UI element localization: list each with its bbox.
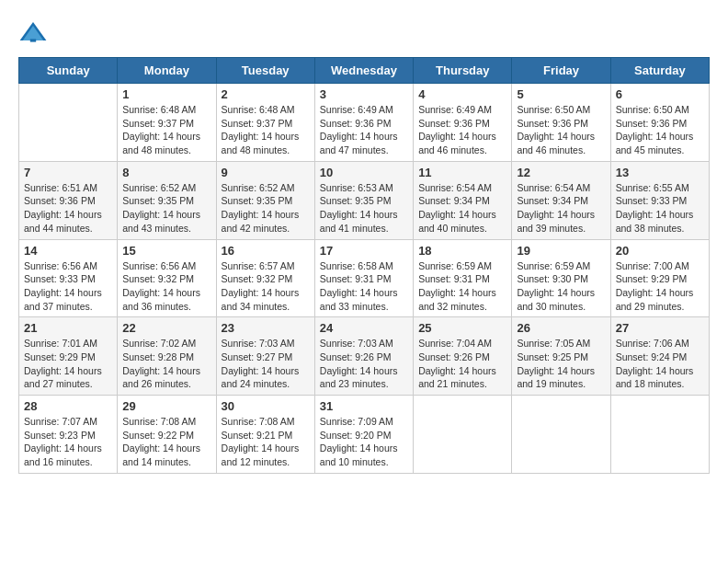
calendar-cell: 12Sunrise: 6:54 AM Sunset: 9:34 PM Dayli… xyxy=(512,161,610,239)
cell-content: Sunrise: 7:01 AM Sunset: 9:29 PM Dayligh… xyxy=(24,337,112,391)
date-number: 3 xyxy=(320,87,408,101)
day-header-friday: Friday xyxy=(512,58,610,84)
cell-content: Sunrise: 6:50 AM Sunset: 9:36 PM Dayligh… xyxy=(517,103,605,157)
calendar-cell xyxy=(610,396,709,474)
cell-content: Sunrise: 6:49 AM Sunset: 9:36 PM Dayligh… xyxy=(418,103,506,157)
day-header-wednesday: Wednesday xyxy=(314,58,413,84)
day-header-sunday: Sunday xyxy=(19,58,118,84)
calendar-cell xyxy=(414,396,512,474)
week-row-1: 1Sunrise: 6:48 AM Sunset: 9:37 PM Daylig… xyxy=(19,84,710,162)
cell-content: Sunrise: 6:48 AM Sunset: 9:37 PM Dayligh… xyxy=(222,103,310,157)
calendar-cell: 22Sunrise: 7:02 AM Sunset: 9:28 PM Dayli… xyxy=(118,317,216,396)
calendar-cell: 13Sunrise: 6:55 AM Sunset: 9:33 PM Dayli… xyxy=(610,161,709,239)
calendar-cell: 10Sunrise: 6:53 AM Sunset: 9:35 PM Dayli… xyxy=(314,161,413,239)
calendar-cell: 28Sunrise: 7:07 AM Sunset: 9:23 PM Dayli… xyxy=(19,396,118,474)
svg-rect-2 xyxy=(30,39,36,41)
calendar-cell: 9Sunrise: 6:52 AM Sunset: 9:35 PM Daylig… xyxy=(216,161,314,239)
calendar-cell: 11Sunrise: 6:54 AM Sunset: 9:34 PM Dayli… xyxy=(414,161,512,239)
calendar-cell: 21Sunrise: 7:01 AM Sunset: 9:29 PM Dayli… xyxy=(19,317,118,396)
date-number: 15 xyxy=(122,244,210,258)
logo-icon xyxy=(18,18,48,48)
cell-content: Sunrise: 7:02 AM Sunset: 9:28 PM Dayligh… xyxy=(122,337,210,391)
date-number: 21 xyxy=(24,321,112,335)
date-number: 22 xyxy=(122,321,210,335)
date-number: 8 xyxy=(122,166,210,179)
date-number: 6 xyxy=(616,87,704,101)
week-row-3: 14Sunrise: 6:56 AM Sunset: 9:33 PM Dayli… xyxy=(19,239,710,317)
date-number: 11 xyxy=(418,166,506,179)
date-number: 17 xyxy=(320,244,408,258)
date-number: 2 xyxy=(222,87,310,101)
cell-content: Sunrise: 7:04 AM Sunset: 9:26 PM Dayligh… xyxy=(418,337,506,391)
date-number: 14 xyxy=(24,244,112,258)
calendar-cell: 25Sunrise: 7:04 AM Sunset: 9:26 PM Dayli… xyxy=(414,317,512,396)
date-number: 1 xyxy=(122,87,210,101)
calendar-cell: 26Sunrise: 7:05 AM Sunset: 9:25 PM Dayli… xyxy=(512,317,610,396)
date-number: 28 xyxy=(24,399,112,413)
logo xyxy=(18,18,51,48)
cell-content: Sunrise: 6:48 AM Sunset: 9:37 PM Dayligh… xyxy=(122,103,210,157)
date-number: 9 xyxy=(222,166,310,179)
cell-content: Sunrise: 7:09 AM Sunset: 9:20 PM Dayligh… xyxy=(320,415,408,469)
day-header-thursday: Thursday xyxy=(414,58,512,84)
calendar-table: SundayMondayTuesdayWednesdayThursdayFrid… xyxy=(18,57,710,474)
calendar-cell: 20Sunrise: 7:00 AM Sunset: 9:29 PM Dayli… xyxy=(610,239,709,317)
date-number: 18 xyxy=(418,244,506,258)
day-header-monday: Monday xyxy=(118,58,216,84)
calendar-cell: 4Sunrise: 6:49 AM Sunset: 9:36 PM Daylig… xyxy=(414,84,512,162)
calendar-cell: 7Sunrise: 6:51 AM Sunset: 9:36 PM Daylig… xyxy=(19,161,118,239)
date-number: 5 xyxy=(517,87,605,101)
cell-content: Sunrise: 7:05 AM Sunset: 9:25 PM Dayligh… xyxy=(517,337,605,391)
date-number: 12 xyxy=(517,166,605,179)
calendar-cell: 19Sunrise: 6:59 AM Sunset: 9:30 PM Dayli… xyxy=(512,239,610,317)
calendar-cell: 2Sunrise: 6:48 AM Sunset: 9:37 PM Daylig… xyxy=(216,84,314,162)
days-header-row: SundayMondayTuesdayWednesdayThursdayFrid… xyxy=(19,58,710,84)
date-number: 7 xyxy=(24,166,112,179)
calendar-cell: 29Sunrise: 7:08 AM Sunset: 9:22 PM Dayli… xyxy=(118,396,216,474)
date-number: 13 xyxy=(616,166,704,179)
date-number: 10 xyxy=(320,166,408,179)
date-number: 23 xyxy=(222,321,310,335)
cell-content: Sunrise: 6:57 AM Sunset: 9:32 PM Dayligh… xyxy=(222,259,310,314)
date-number: 29 xyxy=(122,399,210,413)
cell-content: Sunrise: 6:56 AM Sunset: 9:32 PM Dayligh… xyxy=(122,259,210,314)
calendar-cell: 24Sunrise: 7:03 AM Sunset: 9:26 PM Dayli… xyxy=(314,317,413,396)
cell-content: Sunrise: 6:51 AM Sunset: 9:36 PM Dayligh… xyxy=(24,181,112,236)
calendar-cell: 30Sunrise: 7:08 AM Sunset: 9:21 PM Dayli… xyxy=(216,396,314,474)
calendar-cell: 17Sunrise: 6:58 AM Sunset: 9:31 PM Dayli… xyxy=(314,239,413,317)
day-header-tuesday: Tuesday xyxy=(216,58,314,84)
cell-content: Sunrise: 6:49 AM Sunset: 9:36 PM Dayligh… xyxy=(320,103,408,157)
cell-content: Sunrise: 6:54 AM Sunset: 9:34 PM Dayligh… xyxy=(517,181,605,236)
date-number: 31 xyxy=(320,399,408,413)
cell-content: Sunrise: 6:58 AM Sunset: 9:31 PM Dayligh… xyxy=(320,259,408,314)
calendar-cell: 15Sunrise: 6:56 AM Sunset: 9:32 PM Dayli… xyxy=(118,239,216,317)
cell-content: Sunrise: 6:52 AM Sunset: 9:35 PM Dayligh… xyxy=(222,181,310,236)
cell-content: Sunrise: 6:50 AM Sunset: 9:36 PM Dayligh… xyxy=(616,103,704,157)
date-number: 25 xyxy=(418,321,506,335)
calendar-cell: 8Sunrise: 6:52 AM Sunset: 9:35 PM Daylig… xyxy=(118,161,216,239)
cell-content: Sunrise: 7:03 AM Sunset: 9:26 PM Dayligh… xyxy=(320,337,408,391)
cell-content: Sunrise: 6:52 AM Sunset: 9:35 PM Dayligh… xyxy=(122,181,210,236)
cell-content: Sunrise: 6:59 AM Sunset: 9:30 PM Dayligh… xyxy=(517,259,605,314)
cell-content: Sunrise: 6:54 AM Sunset: 9:34 PM Dayligh… xyxy=(418,181,506,236)
date-number: 24 xyxy=(320,321,408,335)
cell-content: Sunrise: 6:56 AM Sunset: 9:33 PM Dayligh… xyxy=(24,259,112,314)
calendar-cell: 16Sunrise: 6:57 AM Sunset: 9:32 PM Dayli… xyxy=(216,239,314,317)
cell-content: Sunrise: 7:07 AM Sunset: 9:23 PM Dayligh… xyxy=(24,415,112,469)
cell-content: Sunrise: 6:55 AM Sunset: 9:33 PM Dayligh… xyxy=(616,181,704,236)
day-header-saturday: Saturday xyxy=(610,58,709,84)
calendar-cell: 14Sunrise: 6:56 AM Sunset: 9:33 PM Dayli… xyxy=(19,239,118,317)
calendar-cell: 18Sunrise: 6:59 AM Sunset: 9:31 PM Dayli… xyxy=(414,239,512,317)
calendar-cell: 6Sunrise: 6:50 AM Sunset: 9:36 PM Daylig… xyxy=(610,84,709,162)
week-row-4: 21Sunrise: 7:01 AM Sunset: 9:29 PM Dayli… xyxy=(19,317,710,396)
date-number: 20 xyxy=(616,244,704,258)
cell-content: Sunrise: 6:53 AM Sunset: 9:35 PM Dayligh… xyxy=(320,181,408,236)
calendar-cell: 3Sunrise: 6:49 AM Sunset: 9:36 PM Daylig… xyxy=(314,84,413,162)
cell-content: Sunrise: 7:03 AM Sunset: 9:27 PM Dayligh… xyxy=(222,337,310,391)
date-number: 27 xyxy=(616,321,704,335)
cell-content: Sunrise: 7:08 AM Sunset: 9:21 PM Dayligh… xyxy=(222,415,310,469)
calendar-cell: 23Sunrise: 7:03 AM Sunset: 9:27 PM Dayli… xyxy=(216,317,314,396)
date-number: 4 xyxy=(418,87,506,101)
cell-content: Sunrise: 7:00 AM Sunset: 9:29 PM Dayligh… xyxy=(616,259,704,314)
cell-content: Sunrise: 7:06 AM Sunset: 9:24 PM Dayligh… xyxy=(616,337,704,391)
